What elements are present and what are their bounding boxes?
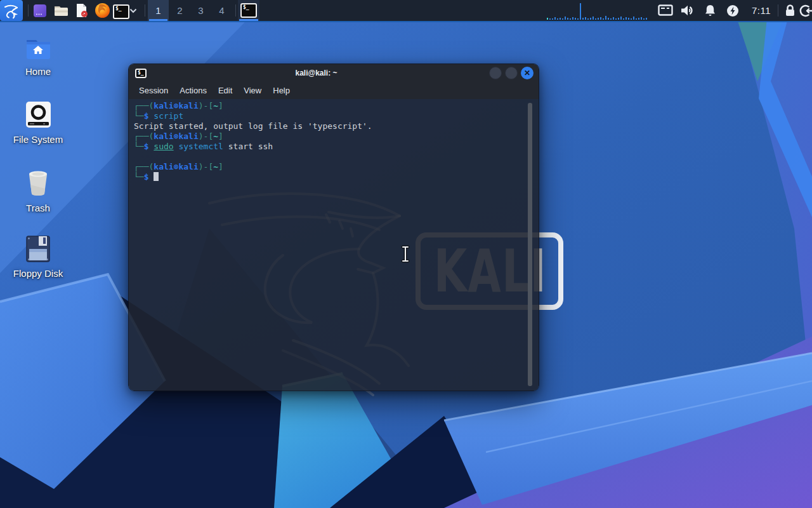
terminal-text-segment: ┌──(: [134, 101, 154, 110]
monitor-bar: [562, 18, 563, 20]
menu-actions[interactable]: Actions: [174, 83, 213, 98]
terminal-menubar: Session Actions Edit View Help: [129, 82, 539, 99]
terminal-text-segment: kali: [178, 131, 198, 141]
monitor-bar: [603, 18, 604, 20]
workspace-label: 4: [219, 5, 224, 16]
terminal-line: └─$ sudo systemctl start ssh: [134, 142, 526, 152]
monitor-bar: [620, 17, 622, 20]
terminal-text-segment: ┌──(: [134, 162, 154, 171]
firefox-icon: [95, 3, 110, 18]
tray-display[interactable]: [657, 0, 674, 21]
terminal-text-segment: )-[: [199, 131, 213, 141]
monitor-bar: [587, 18, 589, 20]
monitor-bar: [646, 18, 647, 20]
terminal-block-cursor: [154, 172, 159, 181]
terminal-text-segment: └─: [134, 172, 144, 182]
workspace-4[interactable]: 4: [211, 0, 232, 21]
minimize-button[interactable]: [489, 67, 502, 79]
monitor-bar: [567, 18, 568, 20]
taskbar-window-button[interactable]: $_: [238, 0, 259, 21]
file-system-drive-icon: [24, 100, 53, 129]
launcher-show-desktop[interactable]: [30, 0, 49, 21]
monitor-bar: [608, 18, 609, 20]
home-folder-icon: [23, 34, 53, 61]
desktop-icon-label: Home: [25, 66, 51, 77]
monitor-bar: [610, 18, 612, 20]
desktop: KALI Home File System Trash: [0, 0, 812, 508]
terminal-text-segment: ]: [218, 101, 223, 110]
tray-power-manager[interactable]: [724, 0, 741, 21]
workspace-2[interactable]: 2: [169, 0, 190, 21]
monitor-bar: [631, 18, 632, 20]
close-button[interactable]: ✕: [521, 67, 534, 79]
maximize-button[interactable]: [505, 67, 518, 79]
clock[interactable]: 7:11: [746, 0, 776, 21]
monitor-bar: [615, 18, 617, 20]
terminal-text-segment: )-[: [199, 101, 213, 110]
terminal-content[interactable]: ┌──(kali⊛kali)-[~]└─$ scriptScript start…: [129, 99, 539, 391]
terminal-glyph: $_: [243, 4, 249, 10]
monitor-bar: [641, 17, 642, 20]
desktop-icon-label: Trash: [26, 203, 50, 213]
desktop-icon-file-system[interactable]: File System: [8, 100, 69, 145]
terminal-text-segment: └─: [134, 111, 144, 121]
terminal-text-segment: ]: [218, 162, 223, 171]
panel-separator: [778, 4, 778, 17]
monitor-bar: [580, 3, 581, 20]
display-icon: [658, 4, 673, 17]
launcher-firefox[interactable]: [93, 0, 112, 21]
desktop-icon-label: Floppy Disk: [13, 268, 63, 279]
terminal-window-icon: $_: [240, 3, 257, 18]
monitor-bar: [613, 17, 614, 20]
desktop-icon-trash[interactable]: Trash: [8, 167, 69, 213]
window-title: kali@kali: ~: [147, 69, 486, 77]
terminal-glyph: $_: [138, 70, 144, 76]
terminal-titlebar-icon: $_: [135, 69, 147, 78]
lock-icon: [784, 4, 796, 17]
monitor-bar: [638, 18, 639, 20]
terminal-text-segment: ]: [218, 131, 223, 141]
lock-screen-button[interactable]: [782, 0, 798, 21]
menu-session[interactable]: Session: [133, 83, 174, 98]
desktop-icon-label: File System: [13, 134, 63, 145]
terminal-scrollbar[interactable]: [528, 103, 532, 386]
system-monitor-graph[interactable]: [547, 2, 647, 20]
monitor-bar: [585, 17, 586, 20]
launcher-dropdown[interactable]: [128, 0, 138, 21]
launcher-terminal[interactable]: $_: [113, 4, 129, 19]
monitor-bar: [636, 18, 637, 20]
monitor-bar: [643, 18, 645, 20]
terminal-titlebar[interactable]: $_ kali@kali: ~ ✕: [129, 64, 539, 82]
monitor-bar: [628, 18, 629, 20]
desktop-icon-floppy-disk[interactable]: Floppy Disk: [8, 235, 69, 279]
terminal-text-segment: start ssh: [223, 142, 273, 151]
menu-view[interactable]: View: [238, 83, 267, 98]
launcher-file-manager[interactable]: [51, 0, 71, 21]
monitor-bar: [577, 18, 579, 20]
desktop-icon-home[interactable]: Home: [8, 34, 69, 77]
workspace-3[interactable]: 3: [190, 0, 211, 21]
workspace-1[interactable]: 1: [148, 0, 169, 21]
tray-notifications[interactable]: [702, 0, 718, 21]
tray-volume[interactable]: [679, 0, 695, 21]
terminal-text-segment: └─: [134, 142, 144, 151]
launcher-text-editor[interactable]: [72, 0, 91, 21]
monitor-bar: [560, 18, 561, 20]
chevron-down-icon: [129, 8, 137, 13]
menu-help[interactable]: Help: [267, 83, 296, 98]
terminal-line: └─$ script: [134, 111, 526, 121]
terminal-text-segment: script: [154, 111, 183, 121]
terminal-text-segment: kali: [154, 101, 173, 110]
panel-separator: [145, 4, 145, 17]
terminal-line: ┌──(kali⊛kali)-[~]: [134, 101, 526, 111]
log-out-button[interactable]: [797, 0, 812, 21]
terminal-window: $_ kali@kali: ~ ✕ Session Actions Edit V…: [128, 64, 539, 391]
terminal-line: [134, 152, 526, 162]
applications-menu-button[interactable]: [0, 0, 23, 21]
text-editor-icon: [75, 3, 89, 18]
terminal-text-segment: kali: [154, 162, 173, 171]
terminal-text-segment: ~: [213, 131, 218, 141]
menu-edit[interactable]: Edit: [213, 83, 238, 98]
monitor-bar: [595, 18, 596, 20]
terminal-text-segment: [148, 172, 154, 182]
